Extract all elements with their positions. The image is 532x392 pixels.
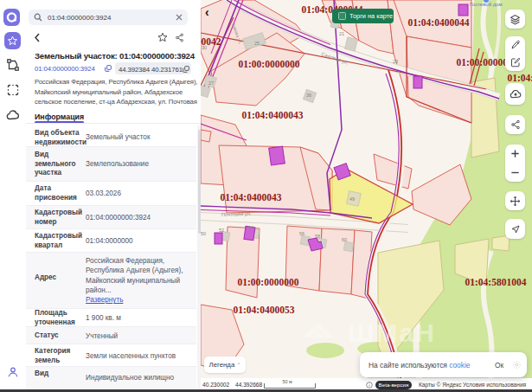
svg-text:60: 60	[342, 237, 347, 242]
svg-text:49: 49	[349, 196, 355, 202]
svg-text:58: 58	[315, 234, 320, 239]
svg-text:52: 52	[219, 228, 224, 233]
svg-text:36: 36	[306, 93, 311, 98]
svg-text:01:00:0000000: 01:00:0000000	[239, 59, 300, 69]
svg-text:01:04:5801004: 01:04:5801004	[465, 277, 527, 287]
svg-text:01:04:0400044: 01:04:0400044	[408, 17, 470, 28]
svg-text:27: 27	[208, 80, 214, 86]
svg-text:54: 54	[248, 225, 253, 230]
svg-text:21: 21	[339, 31, 344, 36]
svg-text:Почтовая ул.: Почтовая ул.	[221, 211, 252, 217]
svg-text:50: 50	[201, 231, 206, 236]
svg-text:01:00:0000000: 01:00:0000000	[238, 277, 299, 287]
svg-text:01:04:0400042: 01:04:0400042	[201, 36, 221, 47]
svg-text:ШМаН: ШМаН	[348, 318, 436, 347]
svg-text:56: 56	[299, 231, 304, 236]
svg-text:23: 23	[393, 59, 398, 64]
svg-text:01:04:5801004: 01:04:5801004	[508, 73, 532, 83]
svg-text:01:04:0400043: 01:04:0400043	[221, 192, 282, 202]
svg-text:25: 25	[254, 41, 260, 46]
svg-text:01:04:0400043: 01:04:0400043	[242, 110, 304, 120]
svg-text:01:04:0400053: 01:04:0400053	[234, 305, 295, 315]
